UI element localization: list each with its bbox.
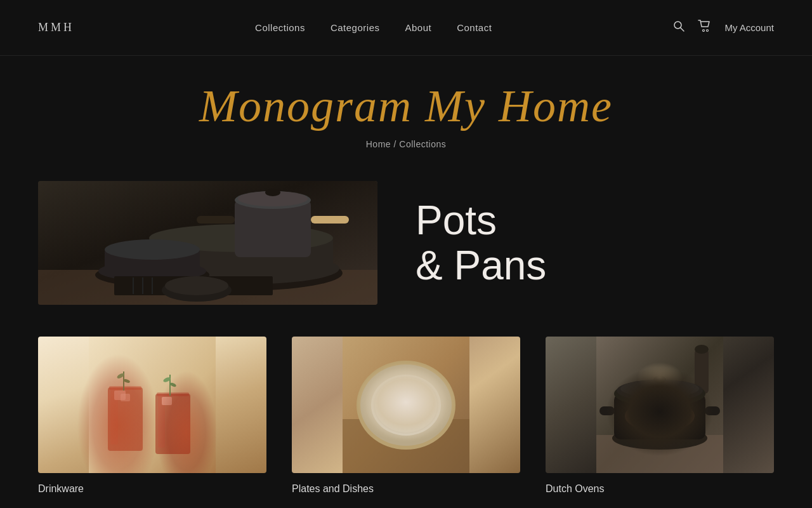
svg-point-64 (666, 402, 672, 406)
svg-line-1 (681, 28, 684, 32)
dutch-ovens-image (546, 337, 774, 473)
featured-title-line2: & Pans (416, 243, 546, 288)
cart-icon[interactable] (698, 20, 712, 36)
svg-rect-52 (596, 435, 723, 473)
collections-grid: Drinkware (0, 337, 812, 508)
svg-rect-28 (109, 386, 141, 390)
svg-point-17 (265, 189, 280, 196)
svg-rect-35 (155, 394, 190, 454)
breadcrumb-home[interactable]: Home (366, 139, 391, 149)
nav-link-contact[interactable]: Contact (457, 22, 492, 33)
svg-point-3 (707, 30, 709, 32)
pots-pans-image (38, 181, 377, 305)
svg-point-61 (636, 398, 668, 421)
svg-rect-66 (705, 406, 720, 415)
svg-rect-30 (114, 391, 126, 400)
breadcrumb-separator: / (391, 139, 399, 149)
nav-right: My Account (672, 20, 774, 36)
plates-label: Plates and Dishes (292, 483, 374, 494)
collection-item-dutch-ovens[interactable]: Dutch Ovens (546, 337, 774, 495)
svg-rect-18 (311, 216, 349, 224)
svg-point-13 (105, 239, 200, 260)
svg-rect-42 (343, 337, 469, 473)
svg-point-34 (123, 378, 130, 384)
svg-rect-37 (158, 394, 165, 448)
nav-link-categories[interactable]: Categories (331, 22, 380, 33)
featured-section: Pots & Pans (0, 162, 812, 337)
featured-title-line1: Pots (416, 197, 497, 243)
svg-rect-65 (599, 406, 615, 415)
svg-point-60 (633, 399, 686, 427)
svg-point-45 (360, 364, 452, 446)
svg-rect-38 (162, 397, 172, 405)
my-account-link[interactable]: My Account (724, 22, 774, 33)
featured-title: Pots & Pans (416, 198, 774, 288)
breadcrumb-current: Collections (399, 139, 446, 149)
nav-item-contact[interactable]: Contact (457, 22, 492, 34)
svg-point-25 (165, 276, 228, 295)
svg-point-56 (617, 380, 703, 401)
featured-text: Pots & Pans (416, 198, 774, 288)
svg-point-2 (703, 30, 705, 32)
nav-link-about[interactable]: About (405, 22, 431, 33)
nav-item-about[interactable]: About (405, 22, 431, 34)
svg-rect-31 (121, 394, 130, 401)
svg-rect-49 (596, 337, 723, 473)
svg-point-40 (162, 377, 171, 384)
svg-rect-26 (89, 337, 216, 473)
site-logo[interactable]: MMH (38, 21, 74, 34)
svg-rect-27 (108, 387, 143, 451)
nav-item-collections[interactable]: Collections (255, 22, 305, 34)
drinkware-image (38, 337, 266, 473)
svg-rect-36 (157, 392, 189, 396)
svg-point-63 (661, 398, 668, 403)
svg-rect-29 (110, 387, 118, 444)
svg-point-55 (614, 381, 705, 406)
svg-point-57 (620, 380, 699, 398)
svg-point-44 (357, 361, 455, 450)
svg-rect-43 (343, 419, 469, 473)
dutch-ovens-label: Dutch Ovens (546, 483, 604, 494)
svg-point-47 (374, 377, 438, 433)
svg-point-46 (371, 375, 441, 436)
plates-thumbnail (292, 337, 520, 473)
hero-title: Monogram My Home (0, 81, 812, 131)
svg-rect-19 (197, 216, 235, 224)
svg-point-59 (625, 400, 695, 432)
svg-rect-54 (614, 394, 705, 439)
drinkware-label: Drinkware (38, 483, 84, 494)
navbar: MMH Collections Categories About Contact (0, 0, 812, 56)
svg-point-51 (695, 345, 709, 354)
collection-item-plates[interactable]: Plates and Dishes (292, 337, 520, 495)
svg-point-53 (612, 427, 707, 450)
svg-point-48 (384, 386, 428, 424)
collection-item-drinkware[interactable]: Drinkware (38, 337, 266, 495)
svg-rect-50 (695, 349, 709, 394)
dutch-ovens-thumbnail (546, 337, 774, 473)
nav-links: Collections Categories About Contact (255, 22, 492, 34)
drinkware-thumbnail (38, 337, 266, 473)
svg-line-62 (663, 397, 667, 406)
featured-image (38, 181, 377, 305)
hero-header: Monogram My Home Home / Collections (0, 56, 812, 162)
svg-point-41 (169, 382, 176, 388)
svg-point-33 (116, 373, 124, 380)
svg-point-58 (653, 376, 666, 384)
plates-image (292, 337, 520, 473)
nav-item-categories[interactable]: Categories (331, 22, 380, 34)
search-icon[interactable] (672, 20, 685, 36)
breadcrumb: Home / Collections (0, 139, 812, 149)
nav-link-collections[interactable]: Collections (255, 22, 305, 33)
